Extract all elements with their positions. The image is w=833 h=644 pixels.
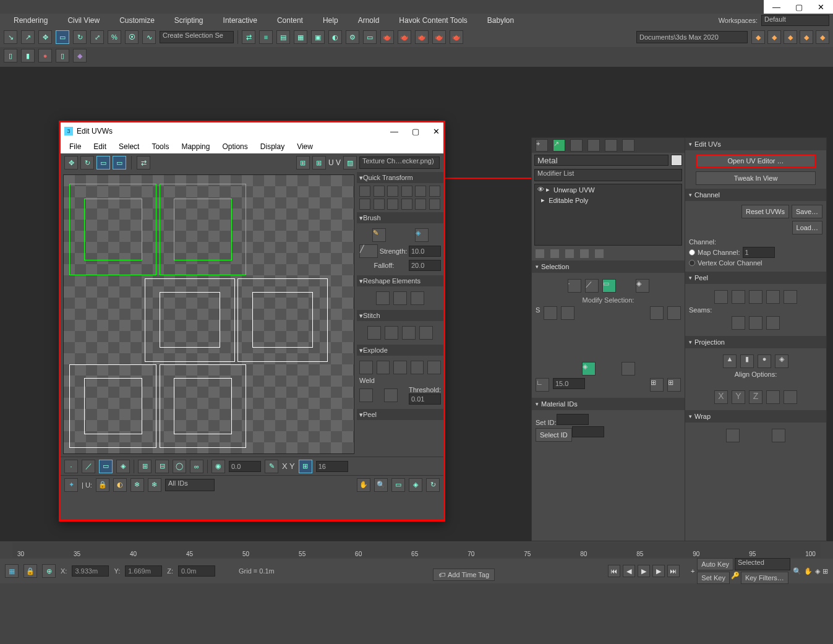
stitch-icon[interactable] [367, 326, 381, 340]
mirror-icon[interactable]: ⇄ [242, 30, 255, 44]
sel-ring-icon[interactable]: ◯ [173, 460, 186, 473]
open-uv-editor-button[interactable]: Open UV Editor … [696, 154, 816, 168]
trail5-icon[interactable]: ◆ [816, 30, 829, 44]
zoom-extents-icon[interactable]: ◈ [409, 478, 422, 492]
sel-poly-icon[interactable]: ▭ [602, 279, 616, 293]
uvw-freeform-icon[interactable]: ▭ [96, 156, 110, 170]
snap-icon[interactable]: ∿ [142, 30, 156, 44]
set-key-icon[interactable]: 🔑 [731, 572, 740, 584]
save-button[interactable]: Save… [792, 205, 822, 218]
map-channel-spinner[interactable]: 1 [743, 247, 775, 258]
uvw-maximize-icon[interactable]: ▢ [412, 127, 419, 136]
teapot2-icon[interactable]: 🫖 [398, 30, 411, 44]
explode-icon[interactable] [359, 361, 373, 374]
modsel-icon[interactable] [650, 306, 664, 320]
refresh-icon[interactable]: ↻ [426, 478, 440, 492]
qt-icon[interactable] [387, 186, 398, 197]
align-icon[interactable]: ≡ [259, 30, 273, 44]
rollout-wrap[interactable]: ▾Wrap [685, 410, 826, 423]
mat-id-combo[interactable]: All IDs [165, 479, 215, 491]
prev-frame-icon[interactable]: ◀ [623, 565, 635, 577]
schematic-icon[interactable]: ▣ [311, 30, 325, 44]
trail4-icon[interactable]: ◆ [800, 30, 813, 44]
menu-customize[interactable]: Customize [109, 14, 164, 27]
qt-icon[interactable] [359, 186, 370, 197]
weld-icon[interactable] [384, 389, 398, 402]
key-filter-combo[interactable]: Selected [735, 558, 790, 570]
uvw-titlebar[interactable]: 3 Edit UVWs — ▢ ✕ [61, 122, 443, 140]
proj-sphere-icon[interactable]: ● [758, 354, 771, 368]
nav3-icon[interactable]: ◈ [815, 567, 820, 575]
zoom-icon[interactable]: 🔍 [374, 478, 388, 492]
menu-arnold[interactable]: Arnold [348, 14, 390, 27]
workspace-combo[interactable]: Default [761, 15, 829, 26]
peel-icon[interactable] [766, 290, 780, 304]
render-setup-icon[interactable]: ⚙ [346, 30, 359, 44]
proj-planar-icon[interactable]: ▲ [723, 354, 737, 368]
render-frame-icon[interactable]: ▭ [363, 30, 377, 44]
wrap-icon[interactable] [726, 429, 740, 442]
peel-icon[interactable] [732, 290, 745, 304]
uvw-move-icon[interactable]: ✥ [64, 156, 78, 170]
strength-spinner[interactable]: 10.0 [409, 246, 441, 257]
zoom-region-icon[interactable]: ▭ [391, 478, 405, 492]
qt-icon[interactable] [401, 186, 412, 197]
play-icon[interactable]: ▶ [638, 565, 650, 577]
os-minimize-icon[interactable]: — [772, 2, 780, 12]
align-z-button[interactable]: Z [749, 390, 763, 404]
os-maximize-icon[interactable]: ▢ [795, 2, 803, 12]
move-icon[interactable]: ✥ [38, 30, 52, 44]
tab-motion-icon[interactable] [587, 139, 600, 152]
reset-uvws-button[interactable]: Reset UVWs [741, 205, 789, 218]
tile-spinner[interactable]: 16 [316, 461, 348, 472]
auto-key-button[interactable]: Auto Key [697, 558, 733, 570]
align-y-button[interactable]: Y [732, 390, 745, 404]
soft-sel-icon[interactable]: ◉ [211, 460, 225, 473]
rollout-explode[interactable]: ▾Explode [357, 345, 443, 356]
proj-cyl-icon[interactable]: ▮ [740, 354, 754, 368]
uvw-canvas[interactable] [63, 174, 354, 454]
qt-icon[interactable] [374, 199, 385, 210]
grid-icon[interactable]: ⊞ [667, 378, 681, 392]
trail2-icon[interactable]: ◆ [767, 30, 781, 44]
explode-icon[interactable] [427, 361, 441, 374]
uvw-menu-select[interactable]: Select [113, 141, 145, 152]
falloff-spinner[interactable]: 20.0 [409, 260, 441, 271]
qt-icon[interactable] [374, 186, 385, 197]
planar-icon[interactable]: ◈ [582, 362, 596, 376]
key-filters-button[interactable]: Key Filters… [741, 572, 788, 584]
selectid-spinner[interactable] [572, 426, 604, 437]
align-x-button[interactable]: X [714, 390, 728, 404]
snap2-icon[interactable]: ❄ [130, 478, 144, 492]
add-time-tag-button[interactable]: 🏷Add Time Tag [433, 569, 495, 581]
maxscript-icon[interactable]: ▦ [5, 564, 19, 578]
teapot3-icon[interactable]: 🫖 [415, 30, 429, 44]
teapot1-icon[interactable]: 🫖 [380, 30, 394, 44]
object-color-swatch[interactable] [671, 155, 682, 166]
tb2-1-icon[interactable]: ▯ [4, 49, 17, 62]
modsel-icon[interactable] [667, 306, 681, 320]
seam-icon[interactable] [749, 316, 763, 330]
explode-icon[interactable] [377, 361, 390, 374]
qt-icon[interactable] [429, 199, 440, 210]
tb2-3-icon[interactable]: ● [38, 49, 52, 62]
remove-icon[interactable] [580, 249, 589, 258]
options-icon[interactable]: ✦ [64, 478, 78, 492]
brush-paint-icon[interactable]: ✎ [372, 228, 386, 242]
modsel-icon[interactable] [561, 306, 575, 320]
scale-icon[interactable]: ⤢ [90, 30, 104, 44]
rotate-icon[interactable]: ↻ [73, 30, 87, 44]
menu-havok[interactable]: Havok Content Tools [389, 14, 477, 27]
menu-babylon[interactable]: Babylon [477, 14, 524, 27]
link-icon[interactable]: ↘ [4, 30, 17, 44]
explode-icon[interactable] [393, 361, 407, 374]
nav4-icon[interactable]: ⊞ [822, 567, 828, 575]
trail3-icon[interactable]: ◆ [784, 30, 797, 44]
explode-icon[interactable] [411, 361, 424, 374]
modsel-icon[interactable] [544, 306, 557, 320]
tb2-2-icon[interactable]: ▮ [21, 49, 35, 62]
menu-interactive[interactable]: Interactive [213, 14, 267, 27]
project-path[interactable]: Documents\3ds Max 2020 [636, 31, 748, 43]
modifier-list-combo[interactable]: Modifier List [534, 169, 682, 181]
tab-create-icon[interactable]: + [536, 139, 548, 152]
